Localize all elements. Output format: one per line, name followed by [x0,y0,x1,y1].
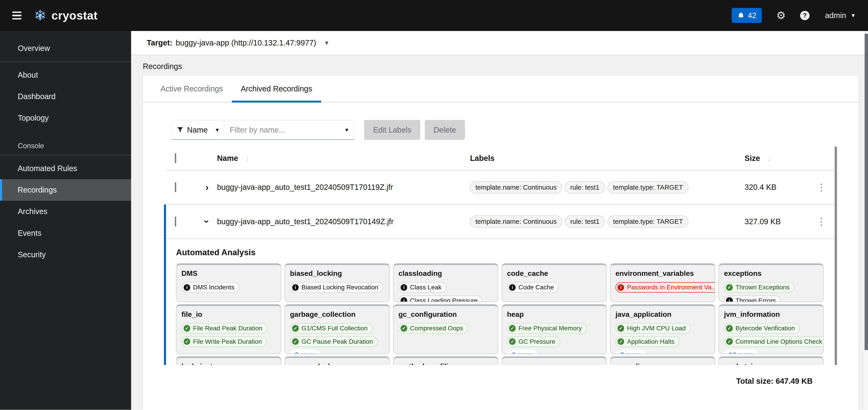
analysis-card-processes: processes [502,356,607,365]
recording-size: 327.09 KB [745,217,806,226]
expand-row-button[interactable]: › [197,182,217,193]
analysis-chip-info[interactable]: iCode Cache [507,282,559,293]
global-nav-toggle[interactable] [8,7,26,24]
analysis-chip-info[interactable]: iThrown Errors [724,296,781,302]
sort-icon[interactable]: ↕ [768,154,771,163]
chip-label: Free Physical Memory [519,325,582,332]
analysis-card-garbage-collection: garbage_collection✓G1/CMS Full Collectio… [284,304,390,354]
table-header-row: Name ↕ Labels Size ↕ [166,147,837,170]
sidebar-item-events[interactable]: Events [0,223,131,244]
analysis-chips: !Passwords in Environment Va... [616,282,710,293]
check-icon: ✓ [184,325,190,332]
chevron-right-icon: › [206,182,209,193]
edit-labels-button[interactable]: Edit Labels [364,120,420,140]
analysis-chip-ok[interactable]: ✓GC Pause Peak Duration [290,337,378,347]
analysis-chips: iClass LeakiClass Loading Pressure [399,282,493,302]
sidebar-item-overview[interactable]: Overview [0,38,131,59]
divider [0,155,131,155]
filter-category-select[interactable]: Name ▾ [172,120,224,140]
settings-button[interactable]: ⚙ [776,10,786,21]
tab-archived-recordings[interactable]: Archived Recordings [232,76,321,102]
analysis-chip-info[interactable]: iClass Loading Pressure [399,296,483,302]
chip-label: DMS Incidents [193,284,235,291]
column-header-size[interactable]: Size ↕ [745,154,806,163]
collapse-row-button[interactable]: › [197,216,217,227]
analysis-chips: ✓Thrown ExceptionsiThrown Errors [724,282,818,302]
row-actions-kebab[interactable]: ⋮ [806,216,837,227]
sidebar-item-recordings[interactable]: Recordings [0,179,131,201]
filter-category-value: Name [187,126,208,134]
caret-down-icon: ▾ [216,127,219,133]
check-icon: ✓ [726,338,733,345]
table-row: ›buggy-java-app_auto_test1_20240509T1701… [166,170,837,205]
chip-label: Code Cache [519,284,554,291]
page-scrollbar-thumb[interactable] [865,34,868,350]
row-checkbox[interactable] [175,216,176,227]
analysis-chip-ok[interactable]: ✓Free Physical Memory [507,323,587,334]
chip-label: 2 more [620,351,641,354]
analysis-chip-ok[interactable]: ✓Compressed Oops [399,323,468,334]
row-actions-kebab[interactable]: ⋮ [806,182,837,193]
analysis-chip-ok[interactable]: ✓Bytecode Verification [724,323,800,334]
sidebar-item-automated-rules[interactable]: Automated Rules [0,158,131,179]
analysis-chip-ok[interactable]: ✓GC Pressure [507,337,560,347]
analysis-chip-ok[interactable]: ✓Command Line Options Check [724,337,824,347]
help-button[interactable]: ? [800,11,810,20]
sort-icon[interactable]: ↕ [246,154,249,163]
analysis-card-title: gc_configuration [399,310,493,318]
show-more-link[interactable]: 8 more [290,350,320,354]
analysis-chip-info[interactable]: iDMS Incidents [181,282,239,293]
user-menu[interactable]: admin ▾ [825,11,855,20]
chip-label: GC Pause Peak Duration [302,338,373,345]
analysis-card-title: code_cache [507,269,601,278]
help-icon: ? [800,11,810,20]
automated-analysis-panel: Automated Analysis DMSiDMS Incidentsbias… [166,239,837,365]
show-more-link[interactable]: 2 more [616,350,646,354]
analysis-chip-ok[interactable]: ✓File Read Peak Duration [181,323,267,334]
select-all-checkbox[interactable] [175,153,176,163]
analysis-chips: iBiased Locking Revocation [290,282,384,293]
label-chips: template.name: Continuousrule: test1temp… [470,215,744,228]
name-filter-input[interactable]: Filter by name... ▾ [224,120,354,140]
sidebar-item-topology[interactable]: Topology [0,107,131,129]
table-scrollbar[interactable] [835,147,837,365]
column-header-name[interactable]: Name ↕ [217,154,470,163]
chip-label: 6 more [512,351,532,354]
sidebar-item-security[interactable]: Security [0,244,131,265]
analysis-chip-ok[interactable]: ✓Thrown Exceptions [724,282,795,293]
analysis-chip-ok[interactable]: ✓Application Halts [616,337,679,347]
expanded-row-indicator [164,205,166,365]
analysis-card-title: classloading [399,269,493,278]
brand[interactable]: ❄c cryostat [33,8,98,23]
row-checkbox[interactable] [175,182,176,192]
analysis-chips: ✓G1/CMS Full Collection✓GC Pause Peak Du… [290,323,384,354]
analysis-chip-ok[interactable]: ✓High JVM CPU Load [616,323,691,334]
label-chip: rule: test1 [565,215,605,228]
analysis-chip-ok[interactable]: ✓G1/CMS Full Collection [290,323,373,334]
show-more-link[interactable]: 10 more [724,350,758,354]
caret-down-icon: ▾ [325,40,328,46]
analysis-chip-ok[interactable]: ✓File Write Peak Duration [181,337,267,347]
analysis-card-title: exceptions [724,269,818,278]
tab-active-recordings[interactable]: Active Recordings [152,76,232,102]
analysis-card-title: garbage_collection [290,310,384,318]
show-more-link[interactable]: 6 more [507,350,537,354]
sidebar-item-archives[interactable]: Archives [0,201,131,222]
analysis-chips: iDMS Incidents [181,282,276,293]
page-scrollbar[interactable] [865,31,868,410]
analysis-card-exceptions: exceptions✓Thrown ExceptionsiThrown Erro… [718,263,824,302]
analysis-chips: ✓High JVM CPU Load✓Application Halts2 mo… [616,323,710,354]
delete-button[interactable]: Delete [425,120,465,140]
caret-down-icon: ▾ [345,127,348,133]
chip-label: Command Line Options Check [736,338,822,345]
analysis-chip-info[interactable]: iBiased Locking Revocation [290,282,383,293]
target-selector[interactable]: Target: buggy-java-app (http://10.132.1.… [131,31,868,56]
notifications-button[interactable]: 42 [732,8,762,23]
sidebar-item-about[interactable]: About [0,64,131,86]
analysis-chip-critical[interactable]: !Passwords in Environment Va... [616,282,715,293]
label-chip: template.name: Continuous [470,215,562,228]
analysis-chip-info[interactable]: iClass Leak [399,282,446,293]
sidebar-item-dashboard[interactable]: Dashboard [0,86,131,107]
chip-label: Biased Locking Revocation [302,284,378,291]
analysis-card-recording: recording [610,356,715,365]
